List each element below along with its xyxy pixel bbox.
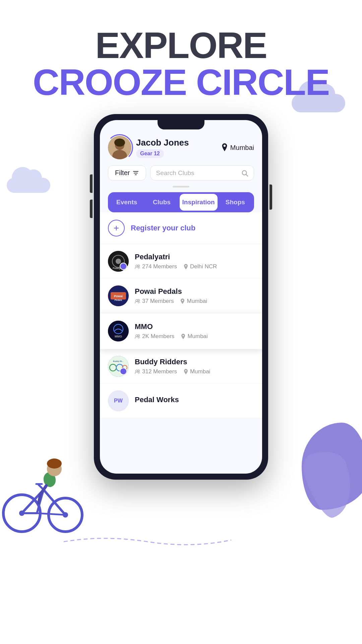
tab-shops[interactable]: Shops [218, 194, 252, 211]
plus-icon: + [108, 220, 125, 236]
location-icon [221, 143, 228, 152]
club-info-mmo: MMO 2K Members [135, 322, 254, 340]
club-location: Mumbai [184, 368, 210, 375]
club-item-pedal-works[interactable]: PW Pedal Works [100, 384, 262, 418]
svg-text:PW: PW [114, 398, 123, 404]
svg-point-34 [138, 265, 140, 267]
svg-text:Pedals: Pedals [115, 299, 122, 301]
register-club-item[interactable]: + Register your club [100, 212, 262, 244]
search-icon [241, 169, 248, 177]
members-icon [135, 299, 140, 304]
avatar-wrap [108, 136, 131, 159]
svg-point-55 [138, 370, 140, 372]
club-location: Mumbai [180, 298, 207, 305]
club-meta: 274 Members Delhi NCR [135, 263, 254, 270]
search-filter-row: Filter Search Clubs [108, 165, 254, 180]
members-count: 37 Members [135, 298, 174, 305]
club-logo-buddy: Buddy Ri... ✓ [108, 356, 129, 377]
club-item-pedalyatri[interactable]: Pedalyatri ✓ Pedalyatri [100, 244, 262, 279]
club-info-pedal-works: Pedal Works [135, 395, 254, 406]
phone-frame: Jacob Jones Gear 12 Mumbai [94, 114, 268, 480]
club-name: Buddy Ridders [135, 358, 254, 366]
svg-point-33 [136, 265, 138, 267]
club-info-pedalyatri: Pedalyatri 274 Members [135, 253, 254, 270]
location-pin-icon [184, 264, 188, 269]
tab-clubs[interactable]: Clubs [144, 194, 179, 211]
svg-point-41 [138, 300, 140, 301]
profile-header: Jacob Jones Gear 12 Mumbai [108, 136, 254, 159]
filter-label: Filter [115, 169, 130, 177]
register-club-label: Register your club [131, 224, 195, 232]
svg-line-28 [246, 174, 248, 176]
svg-point-54 [136, 370, 138, 372]
club-logo-powai: Powai Pedals [108, 285, 129, 306]
club-name: Powai Pedals [135, 287, 254, 296]
phone-screen: Jacob Jones Gear 12 Mumbai [100, 120, 262, 474]
club-location: Mumbai [181, 333, 207, 340]
heading-explore: EXPLORE [0, 27, 362, 64]
svg-point-47 [138, 335, 140, 336]
location-pin-icon [184, 369, 188, 374]
svg-point-48 [183, 335, 184, 336]
svg-line-5 [44, 490, 65, 515]
club-meta: 2K Members Mumbai [135, 333, 254, 340]
svg-point-42 [182, 300, 183, 301]
members-count: 312 Members [135, 368, 177, 375]
location-display: Mumbai [221, 143, 254, 152]
heading-area: EXPLORE CROOZE CIRCLE [0, 27, 362, 101]
svg-point-43 [108, 321, 129, 341]
dashed-path [60, 533, 235, 547]
svg-text:MMO: MMO [115, 335, 122, 338]
location-pin-icon [181, 334, 185, 339]
svg-point-15 [47, 459, 62, 469]
club-meta: 312 Members Mumbai [135, 368, 254, 375]
club-info-buddy: Buddy Ridders 312 Members [135, 358, 254, 375]
svg-point-31 [116, 259, 121, 264]
gear-badge: Gear 12 [136, 149, 164, 158]
filter-icon [132, 170, 139, 176]
club-name: Pedalyatri [135, 253, 254, 261]
svg-point-49 [108, 356, 129, 377]
svg-point-35 [185, 265, 186, 267]
svg-point-56 [185, 370, 186, 372]
notch [158, 120, 204, 129]
filter-button[interactable]: Filter [108, 165, 146, 180]
power-button [269, 184, 272, 210]
club-item-powai[interactable]: Powai Pedals Powai Pedals [100, 279, 262, 313]
club-name: MMO [135, 322, 254, 331]
svg-point-46 [136, 335, 138, 337]
location-pin-icon [180, 299, 185, 304]
cyclist-illustration [0, 439, 87, 540]
club-info-powai: Powai Pedals 37 Members [135, 287, 254, 305]
club-logo-mmo: MMO [108, 321, 129, 341]
volume-down-button [90, 200, 93, 218]
avatar-ring [106, 134, 133, 161]
nav-tabs: Events Clubs Inspiration Shops [108, 192, 254, 212]
profile-info: Jacob Jones Gear 12 [136, 138, 189, 158]
svg-text:Pedalyatri: Pedalyatri [113, 267, 124, 270]
svg-point-23 [224, 145, 226, 147]
club-location: Delhi NCR [184, 263, 217, 270]
club-meta: 37 Members Mumbai [135, 298, 254, 305]
members-count: 2K Members [135, 333, 174, 340]
volume-up-button [90, 174, 93, 193]
members-icon [135, 369, 140, 374]
tab-events[interactable]: Events [110, 194, 144, 211]
phone-mockup: Jacob Jones Gear 12 Mumbai [94, 114, 268, 480]
cloud-decoration-left [7, 178, 50, 193]
svg-point-40 [136, 300, 138, 302]
club-item-buddy-ridders[interactable]: Buddy Ri... ✓ Buddy Ridders [100, 349, 262, 384]
members-count: 274 Members [135, 263, 177, 270]
scroll-indicator [173, 186, 189, 187]
search-box[interactable]: Search Clubs [150, 165, 254, 180]
club-item-mmo[interactable]: MMO MMO [100, 313, 262, 349]
location-text: Mumbai [230, 144, 254, 152]
profile-name: Jacob Jones [136, 138, 189, 148]
svg-text:Buddy Ri...: Buddy Ri... [113, 360, 124, 362]
members-icon [135, 334, 140, 339]
heading-crooze: CROOZE CIRCLE [0, 64, 362, 101]
club-logo-pedal-works: PW [108, 390, 129, 411]
search-placeholder: Search Clubs [156, 169, 238, 177]
tab-inspiration[interactable]: Inspiration [180, 194, 218, 211]
svg-text:Powai: Powai [114, 294, 123, 298]
